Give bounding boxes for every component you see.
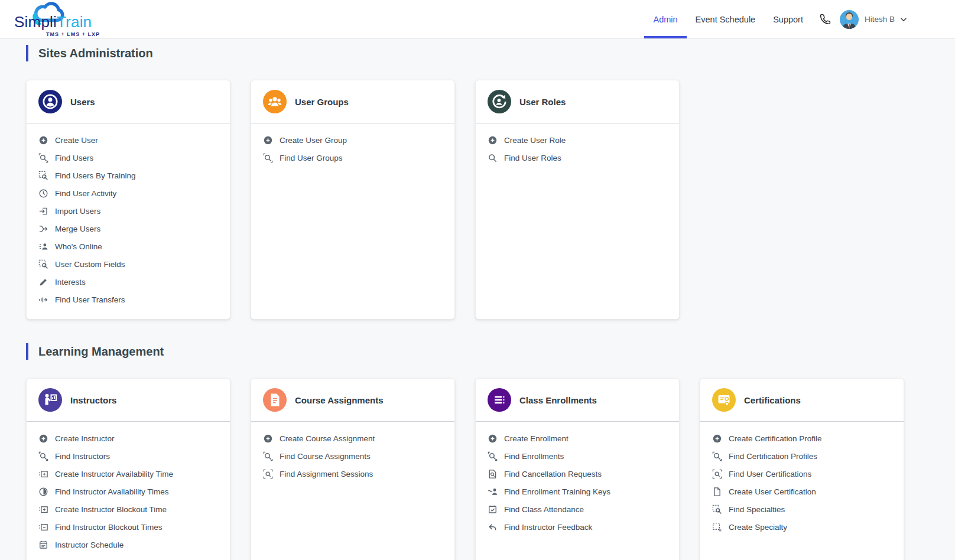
search-plain-icon (488, 153, 498, 163)
cards-grid: Instructors Create Instructor Find Instr… (26, 378, 929, 560)
link-find-course-assignments[interactable]: Find Course Assignments (251, 447, 454, 465)
link-find-user-roles[interactable]: Find User Roles (476, 149, 679, 167)
link-label: User Custom Fields (55, 260, 125, 269)
link-label: Create Certification Profile (729, 434, 822, 443)
card-header: User Roles (476, 80, 679, 123)
link-label: Instructor Schedule (55, 541, 124, 549)
add-circle-icon (488, 135, 498, 145)
logo-tagline: TMS + LMS + LXP (46, 31, 100, 37)
search-corners-icon (712, 469, 722, 479)
card-links: Create Certification Profile Find Certif… (700, 422, 904, 546)
link-label: Create User Group (280, 136, 347, 145)
avatar[interactable] (840, 10, 859, 29)
link-create-instructor[interactable]: Create Instructor (27, 429, 230, 447)
link-who-s-online[interactable]: Who's Online (27, 237, 230, 255)
link-find-assignment-sessions[interactable]: Find Assignment Sessions (251, 465, 454, 483)
search-icon (263, 451, 273, 461)
card-header: Instructors (27, 379, 230, 422)
nav-item-admin[interactable]: Admin (644, 0, 686, 38)
main-content: Sites Administration Users Create User F… (0, 39, 955, 560)
card-title: Course Assignments (295, 395, 383, 405)
list-icon (488, 388, 511, 412)
clock-half-icon (38, 487, 48, 497)
link-find-user-groups[interactable]: Find User Groups (251, 149, 454, 167)
link-find-cancellation-requests[interactable]: Find Cancellation Requests (476, 465, 679, 483)
merge-icon (38, 224, 48, 234)
card-user-roles: User Roles Create User Role Find User Ro… (475, 80, 680, 320)
link-create-user[interactable]: Create User (27, 131, 230, 149)
search-icon (38, 451, 48, 461)
link-find-enrollments[interactable]: Find Enrollments (476, 447, 679, 465)
link-import-users[interactable]: Import Users (27, 202, 230, 220)
link-label: Find User Roles (504, 154, 561, 162)
phone-icon[interactable] (819, 13, 831, 25)
link-create-instructor-blockout-time[interactable]: Create Instructor Blockout Time (27, 500, 230, 518)
search-dashed-icon (38, 259, 48, 269)
nav-item-support[interactable]: Support (764, 0, 812, 38)
card-links: Create User Find Users Find Users By Tra… (27, 123, 230, 319)
link-label: Find Users (55, 154, 93, 162)
link-find-user-activity[interactable]: Find User Activity (27, 184, 230, 202)
link-find-instructor-feedback[interactable]: Find Instructor Feedback (476, 518, 679, 536)
calendar-plus-icon (38, 504, 48, 515)
card-links: Create Instructor Find Instructors Creat… (27, 422, 230, 560)
link-find-instructors[interactable]: Find Instructors (27, 447, 230, 465)
link-find-certification-profiles[interactable]: Find Certification Profiles (700, 447, 904, 465)
link-create-user-certification[interactable]: Create User Certification (700, 483, 904, 500)
search-icon (712, 451, 722, 461)
link-find-users-by-training[interactable]: Find Users By Training (27, 167, 230, 184)
card-header: Certifications (700, 379, 904, 422)
link-create-enrollment[interactable]: Create Enrollment (476, 429, 679, 447)
link-find-users[interactable]: Find Users (27, 149, 230, 167)
link-create-instructor-availability-time[interactable]: Create Instructor Availability Time (27, 465, 230, 483)
link-instructor-schedule[interactable]: Instructor Schedule (27, 536, 230, 554)
link-find-specialties[interactable]: Find Specialties (700, 500, 904, 518)
link-find-enrollment-training-keys[interactable]: Find Enrollment Training Keys (476, 483, 679, 500)
chevron-down-icon[interactable] (899, 15, 908, 24)
link-label: Find Cancellation Requests (504, 470, 602, 478)
section-learning-management: Learning Management Instructors Create I… (26, 343, 929, 560)
link-merge-users[interactable]: Merge Users (27, 220, 230, 237)
calendar-icon (38, 540, 48, 550)
instructor-icon (38, 388, 62, 412)
card-instructors: Instructors Create Instructor Find Instr… (26, 378, 230, 560)
link-user-custom-fields[interactable]: User Custom Fields (27, 255, 230, 273)
history-icon (38, 188, 48, 198)
link-find-instructor-availability-times[interactable]: Find Instructor Availability Times (27, 483, 230, 500)
link-label: Interests (55, 278, 86, 286)
link-label: Find Specialties (729, 505, 785, 514)
section-title: Learning Management (26, 343, 929, 360)
link-label: Create User (55, 136, 98, 145)
add-circle-icon (263, 135, 273, 145)
link-label: Import Users (55, 207, 100, 216)
card-title: Instructors (70, 395, 116, 405)
search-icon (488, 451, 498, 461)
cards-grid: Users Create User Find Users Find Users … (26, 80, 929, 320)
link-create-specialty[interactable]: Create Specialty (700, 518, 904, 536)
add-circle-icon (38, 434, 48, 444)
link-create-course-assignment[interactable]: Create Course Assignment (251, 429, 454, 447)
brand-text: SimpliTrain (14, 13, 92, 31)
card-header: User Groups (251, 80, 454, 123)
link-label: Create Specialty (729, 523, 787, 532)
link-create-certification-profile[interactable]: Create Certification Profile (700, 429, 904, 447)
link-find-instructor-blockout-times[interactable]: Find Instructor Blockout Times (27, 518, 230, 536)
link-label: Create User Certification (729, 487, 816, 496)
link-find-user-certifications[interactable]: Find User Certifications (700, 465, 904, 483)
link-interests[interactable]: Interests (27, 273, 230, 291)
link-create-user-group[interactable]: Create User Group (251, 131, 454, 149)
link-label: Find Class Attendance (504, 505, 584, 514)
add-circle-icon (488, 434, 498, 444)
nav-item-event-schedule[interactable]: Event Schedule (687, 0, 765, 38)
certificate-icon (712, 388, 736, 412)
link-create-user-role[interactable]: Create User Role (476, 131, 679, 149)
link-find-class-attendance[interactable]: Find Class Attendance (476, 500, 679, 518)
link-label: Who's Online (55, 242, 102, 251)
link-find-user-transfers[interactable]: Find User Transfers (27, 291, 230, 308)
card-title: User Roles (519, 97, 566, 107)
card-header: Class Enrollments (476, 379, 679, 422)
link-label: Merge Users (55, 224, 100, 233)
app-logo[interactable]: SimpliTrain TMS + LMS + LXP (11, 0, 105, 38)
brand-simpli: Simpli (14, 13, 57, 31)
search-corners-icon (263, 469, 273, 479)
